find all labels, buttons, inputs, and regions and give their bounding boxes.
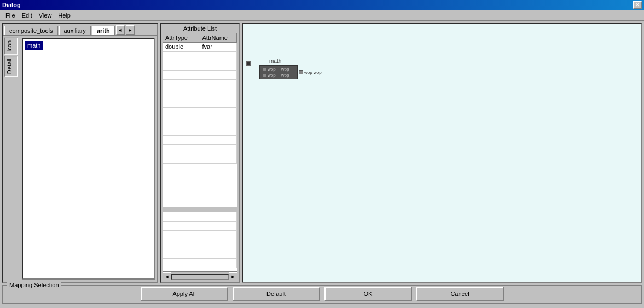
attr-row-0: double fvar: [163, 43, 237, 52]
tab-next-button[interactable]: ►: [126, 25, 135, 35]
node-row-0: wop wop: [262, 67, 295, 72]
attr-row-10: [163, 136, 237, 145]
attr-cell-type-1[interactable]: [163, 52, 200, 61]
attr-cell-type-7[interactable]: [163, 108, 200, 117]
ok-button[interactable]: OK: [324, 287, 412, 301]
cancel-button[interactable]: Cancel: [416, 287, 504, 301]
attr-row-8: [163, 117, 237, 126]
node-row-1: wop wop: [262, 73, 295, 78]
attr-cell-type-9[interactable]: [163, 126, 200, 135]
node-label: math: [269, 58, 322, 64]
attribute-list-title: Attribute List: [161, 24, 239, 33]
attr-lower-row-1: [163, 222, 237, 231]
node-output-area: wop wop: [299, 70, 322, 75]
scroll-left-button[interactable]: ◄: [163, 272, 171, 281]
scroll-track[interactable]: [171, 274, 229, 280]
bottom-area: Mapping Selection Apply All Default OK C…: [0, 285, 644, 308]
attr-row-9: [163, 126, 237, 136]
node-in-port-1: [262, 73, 266, 78]
tab-arith[interactable]: arith: [92, 26, 115, 35]
attr-cell-name-6[interactable]: [200, 98, 237, 107]
attr-cell-name-4[interactable]: [200, 80, 237, 89]
attr-row-7: [163, 108, 237, 117]
canvas-node-math: math wop wop wop wop: [259, 58, 322, 79]
attr-cell-name-12[interactable]: [200, 154, 237, 163]
side-buttons: Icon Detail: [3, 36, 20, 282]
tab-prev-button[interactable]: ◄: [116, 25, 125, 35]
attr-row-6: [163, 98, 237, 108]
attr-cell-name-0[interactable]: fvar: [200, 43, 237, 51]
mapping-buttons: Apply All Default OK Cancel: [7, 287, 637, 301]
node-in-port-0: [262, 67, 266, 72]
attr-scrollbar: ◄ ►: [163, 272, 237, 281]
attr-cell-type-5[interactable]: [163, 89, 200, 98]
attr-row-11: [163, 145, 237, 154]
attr-cell-type-2[interactable]: [163, 61, 200, 70]
attribute-list-panel: Attribute List AttrType AttrName double …: [160, 23, 240, 283]
attr-cell-name-7[interactable]: [200, 108, 237, 117]
attr-cell-name-9[interactable]: [200, 126, 237, 135]
icon-button[interactable]: Icon: [4, 38, 18, 55]
node-container: wop wop wop wop wop wop: [259, 65, 322, 79]
node-in-label-2: wop: [268, 73, 276, 78]
attr-cell-name-2[interactable]: [200, 61, 237, 70]
node-body: wop wop wop wop: [259, 65, 298, 79]
mapping-selection-box: Mapping Selection Apply All Default OK C…: [2, 285, 642, 304]
title-bar-buttons: ✕: [633, 1, 642, 9]
attr-row-2: [163, 61, 237, 71]
window-title: Dialog: [2, 2, 21, 8]
attr-lower-row-0: [163, 212, 237, 222]
left-content: Icon Detail math: [3, 35, 157, 282]
attr-cell-type-10[interactable]: [163, 136, 200, 144]
apply-all-button[interactable]: Apply All: [141, 287, 228, 301]
menu-view[interactable]: View: [36, 11, 55, 20]
library-list[interactable]: math: [22, 38, 155, 280]
canvas-panel: math wop wop wop wop: [242, 23, 642, 283]
attr-cell-type-11[interactable]: [163, 145, 200, 154]
attr-row-1: [163, 52, 237, 61]
left-panel: composite_tools auxiliary arith ◄ ► Icon…: [2, 23, 158, 283]
attr-cell-type-6[interactable]: [163, 98, 200, 107]
attr-row-5: [163, 89, 237, 98]
attr-lower-row-4: [163, 249, 237, 259]
attr-cell-type-0[interactable]: double: [163, 43, 200, 51]
menu-help[interactable]: Help: [55, 11, 74, 20]
attribute-table-upper: AttrType AttrName double fvar: [163, 33, 237, 207]
attr-lower-row-3: [163, 240, 237, 249]
lib-item-math[interactable]: math: [25, 41, 43, 50]
attr-cell-type-3[interactable]: [163, 71, 200, 79]
default-button[interactable]: Default: [233, 287, 320, 301]
node-in-label-3: wop: [281, 73, 289, 78]
attr-cell-name-1[interactable]: [200, 52, 237, 61]
attr-cell-type-12[interactable]: [163, 154, 200, 163]
attr-cell-type-8[interactable]: [163, 117, 200, 126]
attr-cell-name-3[interactable]: [200, 71, 237, 79]
attr-row-3: [163, 71, 237, 80]
menu-edit[interactable]: Edit: [19, 11, 36, 20]
mapping-selection-title: Mapping Selection: [7, 282, 61, 288]
node-out-label: wop wop: [304, 70, 322, 75]
node-in-label-1: wop: [281, 67, 289, 72]
tabs-row: composite_tools auxiliary arith ◄ ►: [3, 24, 157, 35]
menu-file[interactable]: File: [2, 11, 19, 20]
tab-auxiliary[interactable]: auxiliary: [59, 26, 91, 35]
main-content: composite_tools auxiliary arith ◄ ► Icon…: [0, 21, 644, 308]
attr-lower-row-2: [163, 231, 237, 240]
detail-button[interactable]: Detail: [4, 56, 18, 77]
attr-lower-row-5: [163, 259, 237, 268]
scroll-right-button[interactable]: ►: [229, 272, 237, 281]
attribute-table-lower: [163, 212, 237, 272]
tab-composite-tools[interactable]: composite_tools: [4, 26, 58, 35]
canvas-indicator-dot: [246, 61, 251, 66]
attr-cell-name-5[interactable]: [200, 89, 237, 98]
attr-cell-name-8[interactable]: [200, 117, 237, 126]
close-button[interactable]: ✕: [633, 1, 642, 9]
attr-cell-name-11[interactable]: [200, 145, 237, 154]
attr-cell-name-10[interactable]: [200, 136, 237, 144]
attr-cell-type-4[interactable]: [163, 80, 200, 89]
node-in-label-0: wop: [268, 67, 276, 72]
title-bar: Dialog ✕: [0, 0, 644, 10]
attr-row-12: [163, 154, 237, 164]
col-header-name: AttrName: [200, 33, 237, 42]
col-header-type: AttrType: [163, 33, 200, 42]
